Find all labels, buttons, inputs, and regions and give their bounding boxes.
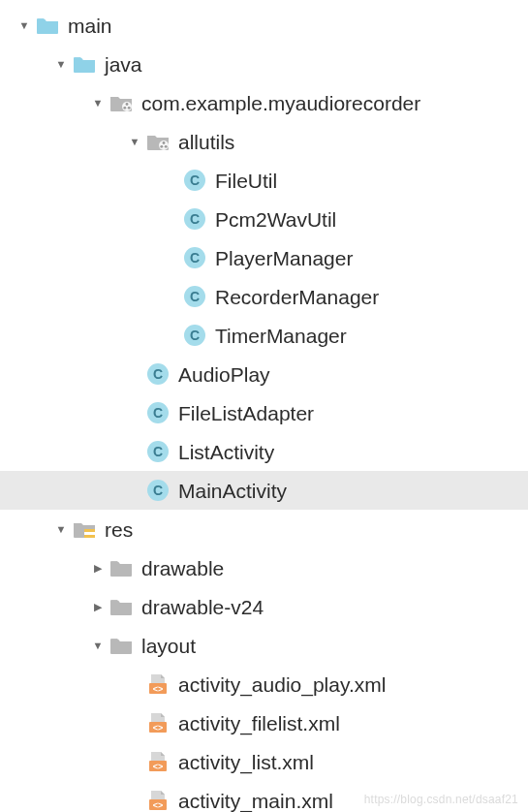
chevron-right-icon[interactable]: ▶ <box>87 601 109 613</box>
tree-item-java[interactable]: ▼ java <box>0 45 528 83</box>
tree-item-label: Pcm2WavUtil <box>215 209 336 230</box>
tree-item-pkg[interactable]: ▼ com.example.myaudiorecorder <box>0 83 528 122</box>
tree-item-PlayerManager[interactable]: C PlayerManager <box>0 238 528 277</box>
tree-item-label: layout <box>141 636 196 656</box>
svg-text:C: C <box>190 250 200 265</box>
svg-point-1 <box>126 103 129 106</box>
resources-folder-icon <box>72 518 97 540</box>
class-icon: C <box>145 480 171 501</box>
tree-item-label: activity_list.xml <box>178 752 314 772</box>
class-icon: C <box>182 208 207 230</box>
tree-item-RecorderManager[interactable]: C RecorderManager <box>0 277 528 316</box>
tree-item-label: activity_main.xml <box>178 791 333 811</box>
svg-rect-28 <box>84 532 95 535</box>
tree-item-FileUtil[interactable]: C FileUtil <box>0 161 528 200</box>
tree-item-act_fl[interactable]: <> activity_filelist.xml <box>0 703 528 742</box>
svg-rect-27 <box>84 529 95 532</box>
tree-item-act_list[interactable]: <> activity_list.xml <box>0 742 528 781</box>
tree-item-ListActivity[interactable]: C ListActivity <box>0 432 528 471</box>
svg-text:C: C <box>153 366 163 382</box>
chevron-right-icon[interactable]: ▶ <box>87 562 109 575</box>
class-icon: C <box>182 325 207 346</box>
svg-text:<>: <> <box>153 800 164 810</box>
tree-item-label: drawable-v24 <box>141 597 264 617</box>
tree-item-label: allutils <box>178 132 234 152</box>
project-tree[interactable]: ▼ main▼ java▼ com.example.myaudiorecorde… <box>0 0 528 812</box>
tree-item-label: RecorderManager <box>215 287 379 307</box>
class-icon: C <box>145 363 171 385</box>
tree-item-res[interactable]: ▼ res <box>0 510 528 548</box>
xml-layout-icon: <> <box>145 790 171 811</box>
chevron-down-icon[interactable]: ▼ <box>87 97 109 109</box>
tree-item-label: TimerManager <box>215 326 347 346</box>
svg-point-2 <box>123 107 126 109</box>
svg-text:C: C <box>153 483 163 498</box>
xml-layout-icon: <> <box>145 712 171 734</box>
tree-item-act_audio[interactable]: <> activity_audio_play.xml <box>0 665 528 703</box>
class-icon: C <box>182 170 207 191</box>
tree-item-drawable24[interactable]: ▶ drawable-v24 <box>0 587 528 626</box>
tree-item-label: activity_audio_play.xml <box>178 674 386 695</box>
svg-point-7 <box>165 145 168 148</box>
tree-item-label: drawable <box>141 558 224 578</box>
svg-point-5 <box>163 141 166 144</box>
svg-rect-29 <box>84 535 95 538</box>
tree-item-MainActivity[interactable]: C MainActivity <box>0 471 528 510</box>
svg-point-6 <box>160 145 163 148</box>
chevron-down-icon[interactable]: ▼ <box>50 58 72 70</box>
folder-icon <box>109 557 134 578</box>
xml-layout-icon: <> <box>145 673 171 695</box>
class-icon: C <box>145 441 171 462</box>
tree-item-label: com.example.myaudiorecorder <box>141 93 420 113</box>
tree-item-label: java <box>105 54 142 75</box>
tree-item-label: PlayerManager <box>215 248 353 268</box>
tree-item-layout[interactable]: ▼ layout <box>0 626 528 665</box>
chevron-down-icon[interactable]: ▼ <box>87 640 109 651</box>
folder-icon <box>35 15 60 36</box>
class-icon: C <box>182 286 207 307</box>
tree-item-label: AudioPlay <box>178 364 270 385</box>
chevron-down-icon[interactable]: ▼ <box>124 136 145 147</box>
tree-item-label: res <box>105 519 133 540</box>
class-icon: C <box>182 247 207 268</box>
svg-text:C: C <box>190 328 200 343</box>
chevron-down-icon[interactable]: ▼ <box>50 523 72 535</box>
tree-item-label: FileUtil <box>215 171 277 191</box>
folder-icon <box>109 635 134 656</box>
chevron-down-icon[interactable]: ▼ <box>14 19 35 31</box>
svg-point-3 <box>128 107 131 109</box>
package-icon <box>109 92 134 113</box>
svg-text:C: C <box>153 405 163 421</box>
tree-item-allutils[interactable]: ▼ allutils <box>0 122 528 161</box>
tree-item-main[interactable]: ▼ main <box>0 6 528 45</box>
tree-item-label: FileListAdapter <box>178 403 314 423</box>
tree-item-act_main[interactable]: <> activity_main.xml <box>0 781 528 812</box>
package-icon <box>145 131 171 152</box>
tree-item-TimerManager[interactable]: C TimerManager <box>0 316 528 355</box>
svg-text:C: C <box>190 172 200 188</box>
tree-item-label: activity_filelist.xml <box>178 713 340 734</box>
class-icon: C <box>145 402 171 423</box>
svg-text:<>: <> <box>153 762 164 771</box>
xml-layout-icon: <> <box>145 751 171 772</box>
svg-text:<>: <> <box>153 723 164 733</box>
tree-item-FileListAdapter[interactable]: C FileListAdapter <box>0 393 528 432</box>
tree-item-label: ListActivity <box>178 442 274 462</box>
tree-item-drawable[interactable]: ▶ drawable <box>0 548 528 587</box>
tree-item-AudioPlay[interactable]: C AudioPlay <box>0 355 528 393</box>
folder-icon <box>72 53 97 75</box>
svg-text:<>: <> <box>153 684 164 694</box>
svg-text:C: C <box>153 444 163 459</box>
svg-text:C: C <box>190 211 200 227</box>
tree-item-label: MainActivity <box>178 481 287 501</box>
svg-text:C: C <box>190 289 200 304</box>
tree-item-Pcm2WavUtil[interactable]: C Pcm2WavUtil <box>0 200 528 238</box>
folder-icon <box>109 596 134 617</box>
tree-item-label: main <box>68 16 112 36</box>
